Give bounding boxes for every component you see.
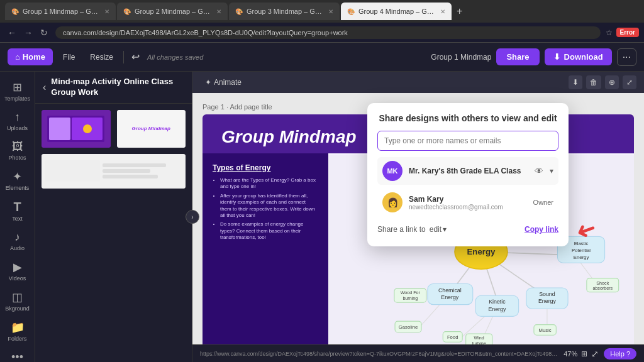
tab-1-close[interactable]: ✕ [104, 8, 109, 15]
sidebar-item-photos[interactable]: 🖼 Photos [3, 136, 33, 165]
link-dropdown-chevron: ▾ [443, 225, 447, 234]
animate-button[interactable]: ✦ Animate [200, 75, 247, 89]
canvas-action-1[interactable]: ⬇ [569, 75, 582, 89]
zoom-level: 47% [564, 350, 577, 358]
panel-header: ‹ Mind-map Activity Online Class Group W… [35, 72, 192, 104]
bottom-bar: https://www.canva.com/design/DAEXojTc498… [192, 344, 644, 362]
link-type-dropdown[interactable]: edit ▾ [430, 225, 447, 234]
left-panel: ‹ Mind-map Activity Online Class Group W… [35, 72, 192, 362]
svg-text:Elastic: Elastic [574, 241, 589, 246]
help-button[interactable]: Help ? [604, 348, 636, 359]
resize-button[interactable]: Resize [85, 50, 118, 64]
download-icon: ⬇ [553, 52, 560, 62]
user-2-info: Sam Kary newedtechclassroom@gmail.com [409, 195, 527, 211]
tab-2[interactable]: 🎨 Group 2 Mindmap – Group Wo... ✕ [117, 3, 228, 20]
sidebar-item-templates[interactable]: ⊞ Templates [3, 77, 33, 106]
download-button[interactable]: ⬇ Download [545, 48, 612, 65]
saved-status: All changes saved [147, 53, 203, 61]
user-2-email: newedtechclassroom@gmail.com [409, 204, 527, 211]
panel-title: Mind-map Activity Online Class Group Wor… [51, 77, 184, 98]
text-icon: T [13, 200, 21, 214]
new-tab-button[interactable]: + [453, 4, 466, 18]
tab-4[interactable]: 🎨 Group 4 Mindmap – Group Wo... ✕ [341, 3, 452, 20]
svg-text:burning: burning [402, 296, 418, 301]
canvas-action-3[interactable]: ⊕ [605, 75, 619, 89]
eye-icon[interactable]: 👁 [535, 166, 543, 176]
share-link-label: Share a link to edit ▾ [377, 225, 447, 234]
elements-icon: ✦ [13, 170, 22, 184]
reload-button[interactable]: ↻ [38, 26, 50, 39]
thumbnail-grid: Group Mindmap [40, 109, 187, 190]
slide-bullets: What are the Types of Energy? Grab a box… [213, 177, 318, 241]
forward-button[interactable]: → [21, 26, 35, 39]
fullscreen-button[interactable]: ⤢ [591, 349, 599, 359]
svg-text:Food: Food [447, 334, 458, 340]
sidebar-item-background[interactable]: ◫ Bkground [3, 287, 33, 315]
copy-link-button[interactable]: Copy link [525, 225, 558, 234]
sidebar-item-folders[interactable]: 📁 Folders [3, 317, 33, 346]
sidebar-item-audio[interactable]: ♪ Audio [3, 227, 33, 255]
tab-4-close[interactable]: ✕ [440, 8, 445, 15]
panel-back-button[interactable]: ‹ [43, 82, 46, 93]
bullet-2: After your group has identified them all… [220, 193, 318, 219]
thumbnail-2[interactable]: Group Mindmap [116, 109, 187, 149]
status-url: https://www.canva.com/design/DAEXojTc498… [200, 351, 558, 357]
sidebar-item-uploads[interactable]: ↑ Uploads [3, 107, 33, 135]
tab-3[interactable]: 🎨 Group 3 Mindmap – Group Wo... ✕ [229, 3, 340, 20]
user-2-name: Sam Kary [409, 195, 527, 204]
toolbar-left: ⌂ Home File Resize ↩ All changes saved [8, 48, 203, 65]
tab-3-close[interactable]: ✕ [328, 8, 333, 15]
animate-icon: ✦ [205, 78, 211, 87]
toolbar-right: Group 1 Mindmap Share ⬇ Download ··· [431, 48, 636, 66]
sidebar-item-elements[interactable]: ✦ Elements [3, 166, 33, 195]
address-bar: ← → ↻ ☆ Error [0, 23, 644, 43]
videos-icon: ▶ [13, 260, 22, 274]
home-button[interactable]: ⌂ Home [8, 48, 53, 65]
audio-icon: ♪ [14, 231, 20, 244]
share-email-input[interactable] [377, 131, 558, 151]
svg-text:Energy: Energy [488, 306, 506, 312]
canvas-action-2[interactable]: 🗑 [586, 75, 601, 89]
toolbar-separator [123, 51, 124, 63]
file-button[interactable]: File [58, 50, 80, 64]
slide-subtitle: Types of Energy [213, 163, 318, 172]
zoom-controls: 47% ⊞ ⤢ [564, 348, 599, 359]
canvas-area: ✦ Animate ⬇ 🗑 ⊕ ⤢ Page 1 · Add page titl… [192, 72, 644, 362]
bullet-3: Do some examples of energy change types?… [220, 221, 318, 241]
photos-icon: 🖼 [12, 140, 23, 153]
back-button[interactable]: ← [5, 26, 19, 39]
more-options-button[interactable]: ··· [617, 48, 636, 66]
tab-2-close[interactable]: ✕ [216, 8, 221, 15]
svg-text:Kinetic: Kinetic [489, 299, 506, 305]
svg-text:Potential: Potential [572, 248, 591, 253]
owner-badge: Owner [533, 199, 553, 206]
svg-text:Wood For: Wood For [401, 290, 421, 295]
user-1-info: Mr. Kary's 8th Grade ELA Class [409, 167, 528, 175]
templates-icon: ⊞ [13, 80, 22, 94]
design-name: Group 1 Mindmap [431, 53, 491, 62]
sidebar-item-videos[interactable]: ▶ Videos [3, 256, 33, 285]
thumbnail-1[interactable] [40, 109, 112, 149]
thumbnail-3[interactable] [40, 153, 187, 190]
browser-tabs: 🎨 Group 1 Mindmap – Group Wo... ✕ 🎨 Grou… [5, 3, 639, 20]
svg-text:Wind: Wind [474, 336, 484, 341]
dropdown-chevron[interactable]: ▾ [550, 167, 553, 175]
uploads-icon: ↑ [14, 111, 20, 124]
share-button[interactable]: Share [496, 48, 539, 65]
panel-content: Group Mindmap [35, 104, 192, 362]
slide-left-text-panel: Types of Energy What are the Types of En… [203, 153, 328, 350]
svg-text:Chemical: Chemical [438, 287, 462, 293]
svg-text:absorbers: absorbers [592, 286, 613, 291]
canvas-action-4[interactable]: ⤢ [623, 75, 636, 89]
svg-text:Music: Music [539, 327, 552, 333]
collapse-panel-button[interactable]: › [186, 210, 199, 224]
link-row: Share a link to edit ▾ Copy link [377, 222, 558, 236]
sidebar-item-more[interactable]: ••• More [3, 347, 33, 362]
sidebar-item-text[interactable]: T Text [3, 196, 33, 226]
url-input[interactable] [55, 26, 601, 39]
svg-text:Gasoline: Gasoline [399, 324, 418, 330]
tab-1[interactable]: 🎨 Group 1 Mindmap – Group Wo... ✕ [5, 3, 116, 20]
zoom-pages-button[interactable]: ⊞ [580, 348, 589, 359]
sidebar-icons: ⊞ Templates ↑ Uploads 🖼 Photos ✦ Element… [0, 72, 35, 362]
undo-button[interactable]: ↩ [129, 48, 142, 65]
